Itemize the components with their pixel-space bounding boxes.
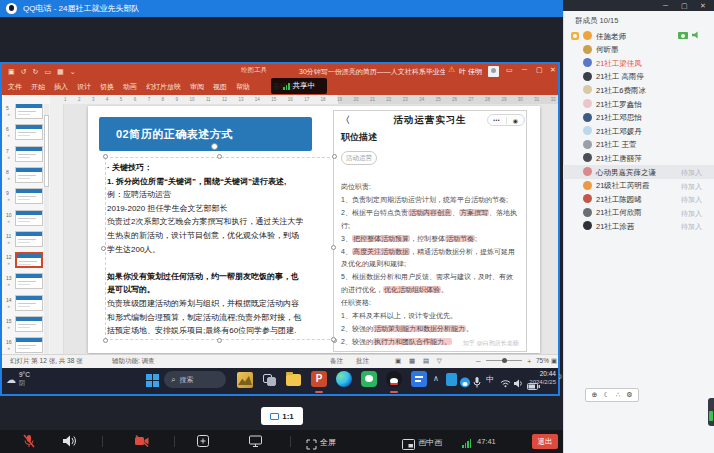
member-row[interactable]: 何昕墨 bbox=[563, 43, 714, 57]
slide-thumbnail[interactable] bbox=[15, 295, 43, 311]
member-row[interactable]: 21社工邓思怡 bbox=[563, 111, 714, 125]
member-row[interactable]: 21社工罗鑫怡 bbox=[563, 97, 714, 111]
customize-toolbar-icon[interactable]: ⌄ bbox=[70, 66, 76, 77]
input-method-indicator[interactable]: 中 bbox=[486, 374, 494, 385]
slide-thumbnail[interactable] bbox=[15, 104, 43, 119]
slide-header-shape[interactable]: 02简历的正确表述方式 bbox=[99, 117, 312, 151]
fit-slide-icon[interactable]: ▣ bbox=[551, 357, 557, 365]
tray-mic-icon[interactable] bbox=[473, 374, 481, 392]
ratio-1-1-button[interactable]: 1:1 bbox=[261, 407, 303, 425]
member-row[interactable]: 21社工 高雨停 bbox=[563, 70, 714, 84]
powerpoint-icon[interactable]: P bbox=[311, 371, 327, 387]
selection-handle[interactable] bbox=[217, 338, 222, 343]
member-row[interactable]: 心动男嘉宾薛之谦待加入 bbox=[563, 165, 714, 179]
ppt-tab[interactable]: 视图 bbox=[213, 82, 227, 92]
slide-thumbnail[interactable] bbox=[15, 231, 43, 247]
ppt-tab[interactable]: 动画 bbox=[123, 82, 137, 92]
restore-icon[interactable]: ▢ bbox=[681, 1, 688, 10]
slide-thumbnail[interactable] bbox=[15, 252, 43, 268]
wifi-icon[interactable] bbox=[500, 374, 511, 392]
edge-signal-pill[interactable] bbox=[708, 398, 714, 426]
start-button[interactable] bbox=[146, 374, 159, 387]
selection-handle[interactable] bbox=[103, 338, 108, 343]
weather-widget[interactable]: ☁ 9°C 阴 bbox=[6, 371, 30, 389]
exit-button[interactable]: 退出 bbox=[532, 434, 558, 449]
slide-thumbnail[interactable] bbox=[15, 210, 43, 226]
comments-button[interactable]: 批注 bbox=[356, 357, 369, 366]
redo-icon[interactable]: ↻ bbox=[33, 66, 39, 77]
thumbnail-scrollbar[interactable] bbox=[44, 104, 49, 354]
selection-handle[interactable] bbox=[331, 337, 336, 342]
ribbon-options-icon[interactable]: ▭ bbox=[506, 66, 513, 74]
ppt-tab[interactable]: 审阅 bbox=[190, 82, 204, 92]
selection-handle[interactable] bbox=[217, 154, 222, 159]
undo-icon[interactable]: ↺ bbox=[21, 66, 27, 77]
selection-handle[interactable] bbox=[332, 154, 337, 159]
slide-thumbnail[interactable] bbox=[15, 273, 43, 289]
member-row[interactable]: 21社工6费雨冰 bbox=[563, 83, 714, 97]
qq-app-icon[interactable] bbox=[386, 371, 402, 387]
ppt-minimize-icon[interactable]: ─ bbox=[522, 66, 527, 73]
ppt-tab[interactable]: 帮助 bbox=[236, 82, 250, 92]
slide-thumbnail[interactable] bbox=[15, 188, 43, 204]
night-light-icon[interactable]: ☽ bbox=[556, 373, 562, 381]
mic-muted-icon[interactable] bbox=[22, 434, 36, 452]
blue-app-icon[interactable] bbox=[411, 371, 427, 387]
tray-clock[interactable]: 20:44 2024/2/25 bbox=[522, 370, 556, 386]
slide-thumbnail[interactable] bbox=[15, 124, 43, 140]
taskbar-search[interactable]: ⌕ 搜索 bbox=[164, 371, 226, 388]
zoom-out-icon[interactable]: ─ bbox=[476, 357, 481, 364]
close-icon[interactable]: ✕ bbox=[700, 1, 706, 10]
member-row[interactable]: 佳施老师 bbox=[563, 29, 714, 43]
member-row[interactable]: 21社工邓媛丹 bbox=[563, 124, 714, 138]
member-row[interactable]: 21社工梁佳凤 bbox=[563, 56, 714, 70]
member-row[interactable]: 21级社工芮明霞待加入 bbox=[563, 179, 714, 193]
member-row[interactable]: 21社工何欣雨待加入 bbox=[563, 206, 714, 220]
ppt-tab[interactable]: 切换 bbox=[100, 82, 114, 92]
pip-label[interactable]: 画中画 bbox=[418, 437, 442, 448]
night-mode-icon[interactable]: ☾ bbox=[603, 389, 609, 401]
minimize-icon[interactable]: ─ bbox=[663, 1, 668, 10]
ppt-tab[interactable]: 幻灯片放映 bbox=[146, 82, 181, 92]
ppt-restore-icon[interactable]: ▢ bbox=[536, 66, 543, 74]
more-icon[interactable]: ∴ bbox=[616, 389, 620, 401]
slide-thumbnail[interactable] bbox=[15, 146, 43, 162]
notes-button[interactable]: 备注 bbox=[330, 357, 343, 366]
member-row[interactable]: 21社工唐丽萍 bbox=[563, 151, 714, 165]
ppt-tab[interactable]: 插入 bbox=[54, 82, 68, 92]
tray-chevron-icon[interactable]: ∧ bbox=[433, 374, 439, 383]
stocks-app-icon[interactable] bbox=[237, 372, 253, 388]
task-view-icon[interactable] bbox=[263, 374, 277, 387]
ppt-tab[interactable]: 设计 bbox=[77, 82, 91, 92]
ppt-close-icon[interactable]: ✕ bbox=[550, 66, 556, 74]
speaker-icon[interactable] bbox=[62, 434, 76, 452]
zoom-slider-knob[interactable] bbox=[502, 358, 507, 363]
slide-thumbnail[interactable] bbox=[15, 337, 43, 353]
ppt-account-avatar[interactable] bbox=[488, 66, 499, 77]
wechat-icon[interactable] bbox=[361, 371, 377, 387]
view-buttons[interactable]: ▣ ▦ ▤ ▽ bbox=[395, 357, 445, 365]
selection-handle[interactable] bbox=[103, 154, 108, 159]
ppt-tab[interactable]: 文件 bbox=[8, 82, 22, 92]
slideshow-icon[interactable]: ▭ bbox=[44, 66, 51, 77]
invite-icon[interactable]: ⊕ bbox=[592, 389, 598, 401]
fullscreen-icon[interactable] bbox=[306, 436, 317, 453]
member-row[interactable]: 21社工陈园晞待加入 bbox=[563, 192, 714, 206]
settings-icon[interactable]: ⚙ bbox=[626, 389, 632, 401]
accessibility-status[interactable]: 辅助功能: 调查 bbox=[112, 357, 155, 366]
ppt-account-name[interactable]: 叶 佳明 bbox=[459, 67, 482, 77]
fullscreen-label[interactable]: 全屏 bbox=[320, 437, 336, 448]
edge-browser-icon[interactable] bbox=[336, 371, 352, 387]
selection-handle[interactable] bbox=[331, 245, 336, 250]
zoom-in-icon[interactable]: ＋ bbox=[526, 357, 533, 366]
member-row[interactable]: 21社工涂茜待加入 bbox=[563, 219, 714, 233]
rotate-handle[interactable] bbox=[211, 143, 218, 150]
camera-muted-icon[interactable] bbox=[134, 434, 150, 452]
ppt-tab[interactable]: 开始 bbox=[31, 82, 45, 92]
pip-icon[interactable] bbox=[402, 436, 415, 453]
grid-icon[interactable]: ▦ bbox=[57, 66, 64, 77]
share-screen-icon[interactable] bbox=[196, 434, 210, 452]
save-icon[interactable]: ▣ bbox=[8, 66, 15, 77]
slide-thumbnail[interactable] bbox=[15, 167, 43, 183]
tray-usb-icon[interactable] bbox=[446, 373, 457, 386]
